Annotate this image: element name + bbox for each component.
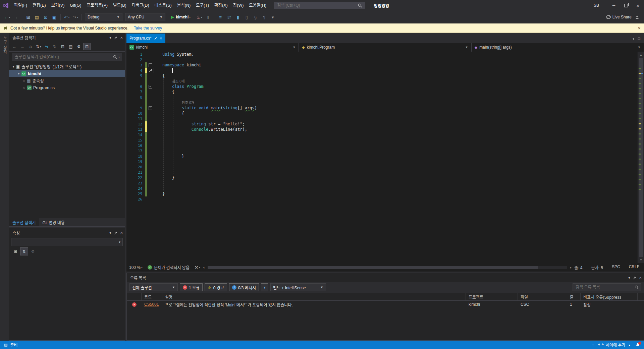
code-content[interactable]: 1using System;23−namespace kimchi45{ 참조 … xyxy=(126,52,638,263)
se-sync-active-document-icon[interactable]: ⇋ xyxy=(43,43,50,50)
start-debugging-button[interactable]: ▶ kimchi ▾ xyxy=(169,13,193,21)
code-text[interactable]: namespace kimchi xyxy=(154,62,638,68)
toolbox-collapsed-tab[interactable]: 도구 상자 xyxy=(2,36,8,54)
tree-item-2[interactable]: ▷▦종속성 xyxy=(9,77,125,84)
comment-out-icon[interactable]: § xyxy=(251,13,259,21)
error-list-header[interactable]: 오류 목록 ▾ × xyxy=(127,273,644,282)
scroll-down-icon[interactable]: ▼ xyxy=(638,257,644,263)
close-icon[interactable]: × xyxy=(120,230,123,235)
window-menu-icon[interactable]: ▾ xyxy=(628,276,630,280)
error-row-CS5001[interactable]: ✕CS5001프로그램에는 진입점에 적합한 정적 'Main' 메서드가 포함… xyxy=(127,301,644,308)
expand-arrow-icon[interactable]: ▷ xyxy=(22,86,26,90)
close-button[interactable]: × xyxy=(632,0,644,11)
props-categorized-icon[interactable]: ⊞ xyxy=(11,247,19,255)
menu-help[interactable]: 도움말(H) xyxy=(246,3,269,8)
outline-icon[interactable]: ▯ xyxy=(243,13,251,21)
se-refresh-icon[interactable]: ↻ xyxy=(51,43,58,50)
uncomment-icon[interactable]: ¶ xyxy=(260,13,268,21)
menu-project[interactable]: 프로젝트(P) xyxy=(84,3,110,8)
search-icon[interactable] xyxy=(358,3,362,8)
scrollbar-thumb[interactable] xyxy=(208,266,538,269)
code-text[interactable]: } xyxy=(154,191,638,196)
window-split-icon[interactable]: ⊡ xyxy=(638,37,641,41)
solution-explorer-search-box[interactable]: ▾ xyxy=(12,53,122,61)
breadcrumb-project[interactable]: C#kimchi▼ xyxy=(126,43,299,52)
tree-item-0[interactable]: ▾▣솔루션 '잉잉잉잉' (1/1개 프로젝트) xyxy=(9,63,125,70)
se-navigate-back-icon[interactable]: ← xyxy=(11,43,18,50)
pin-icon[interactable] xyxy=(114,36,117,40)
new-project-icon[interactable]: ⊞ xyxy=(24,13,32,21)
solution-configurations-dropdown[interactable]: Debug ▼ xyxy=(85,13,122,21)
undo-icon[interactable]: ↶▾ xyxy=(63,13,71,21)
close-icon[interactable]: × xyxy=(639,275,642,280)
menu-edit[interactable]: 편집(E) xyxy=(30,3,49,8)
props-property-pages-icon[interactable]: ⚙ xyxy=(29,247,37,255)
fold-collapse-icon[interactable]: − xyxy=(149,106,152,110)
expand-arrow-icon[interactable]: ▷ xyxy=(22,79,26,82)
code-text[interactable]: 참조 0개 xyxy=(154,100,638,105)
save-all-icon[interactable]: ▣ xyxy=(50,13,58,21)
se-show-all-files-icon[interactable]: ▤ xyxy=(67,43,74,50)
column-header-코드[interactable]: 코드 xyxy=(142,293,162,300)
menu-test[interactable]: 테스트(S) xyxy=(152,3,174,8)
menu-extensions[interactable]: 확장(X) xyxy=(212,3,230,8)
notifications-bell-icon[interactable] xyxy=(636,343,640,347)
code-text[interactable] xyxy=(154,148,638,154)
properties-header[interactable]: 속성 ▾ × xyxy=(9,228,125,237)
scroll-left-icon[interactable]: ◂ xyxy=(203,266,205,269)
expand-arrow-icon[interactable]: ▾ xyxy=(16,72,21,75)
filter-button[interactable]: ▼ xyxy=(261,283,268,291)
tab-program-cs[interactable]: Program.cs* × xyxy=(126,34,165,43)
close-icon[interactable]: × xyxy=(120,35,123,40)
menu-git[interactable]: Git(G) xyxy=(67,3,84,8)
messages-toggle-button[interactable]: i 0/3 메시지 xyxy=(229,283,259,291)
code-text[interactable] xyxy=(154,186,638,191)
error-code-link[interactable]: CS5001 xyxy=(144,302,159,307)
live-share-label[interactable]: Live Share xyxy=(612,15,632,19)
hot-reload-icon[interactable]: ♨▾ xyxy=(195,13,203,21)
bottom-tab-1[interactable]: Git 변경 내용 xyxy=(39,218,68,226)
window-menu-icon[interactable]: ▾ xyxy=(109,36,111,40)
horizontal-scrollbar[interactable] xyxy=(208,266,567,269)
fold-collapse-icon[interactable]: − xyxy=(149,85,152,89)
bookmark-icon[interactable]: ▮ xyxy=(234,13,242,21)
pin-icon[interactable] xyxy=(633,276,636,280)
column-header-severity[interactable] xyxy=(127,293,142,300)
window-menu-icon[interactable]: ▾ xyxy=(109,231,111,235)
scroll-up-icon[interactable]: ▲ xyxy=(638,52,644,58)
save-icon[interactable]: ⊡ xyxy=(42,13,50,21)
open-folder-icon[interactable]: ▤ xyxy=(33,13,41,21)
scroll-right-icon[interactable]: ▸ xyxy=(570,266,572,269)
code-text[interactable]: } xyxy=(154,175,638,180)
bottom-tab-0[interactable]: 솔루션 탐색기 xyxy=(9,218,39,226)
chevron-up-icon[interactable]: ▴ xyxy=(629,343,630,347)
navigate-to-icon[interactable]: ⇄ xyxy=(225,13,233,21)
se-collapse-all-icon[interactable]: ⊟ xyxy=(59,43,66,50)
se-switch-views-icon[interactable]: ⇅▾ xyxy=(35,43,42,50)
breadcrumb-method[interactable]: ◆main(string[] args)▼ xyxy=(472,43,644,52)
infobar-close-icon[interactable]: × xyxy=(638,25,641,31)
code-text[interactable] xyxy=(154,159,638,164)
pin-icon[interactable] xyxy=(114,231,117,235)
redo-icon[interactable]: ↷▾ xyxy=(71,13,79,21)
expand-arrow-icon[interactable]: ▾ xyxy=(11,65,16,68)
quick-search-input[interactable] xyxy=(276,3,358,8)
column-header-비표시 오류(Suppress[interactable]: 비표시 오류(Suppress xyxy=(581,293,638,300)
menu-build[interactable]: 빌드(B) xyxy=(110,3,129,8)
error-scope-dropdown[interactable]: 전체 솔루션 ▼ xyxy=(129,283,178,291)
code-text[interactable]: class Program xyxy=(154,84,638,89)
menu-debug[interactable]: 디버그(D) xyxy=(129,3,152,8)
solution-platforms-dropdown[interactable]: Any CPU ▼ xyxy=(125,13,165,21)
find-in-files-icon[interactable]: ≡ xyxy=(216,13,224,21)
code-text[interactable] xyxy=(154,95,638,100)
code-text[interactable] xyxy=(154,196,638,202)
warnings-toggle-button[interactable]: ⚠ 0 경고 xyxy=(205,283,227,291)
column-header-줄[interactable]: 줄 xyxy=(567,293,581,300)
minimize-button[interactable]: ─ xyxy=(608,0,620,11)
error-list-search-input[interactable] xyxy=(575,285,635,290)
code-text[interactable]: string str = "hello!"; xyxy=(154,121,638,127)
solution-explorer-header[interactable]: 솔루션 탐색기 ▾ × xyxy=(9,33,125,42)
quick-search-box[interactable] xyxy=(274,2,365,9)
account-badge[interactable]: SB xyxy=(594,3,599,8)
document-health-icon[interactable]: ✓ xyxy=(148,265,152,270)
